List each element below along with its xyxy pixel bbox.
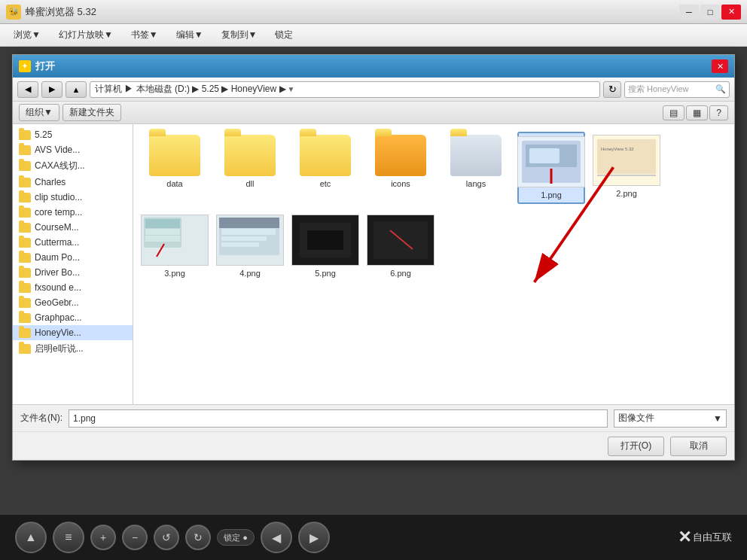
app-icon: 🐝 (6, 5, 21, 20)
menu-edit[interactable]: 编辑▼ (169, 26, 211, 44)
sidebar-item-fxsound[interactable]: fxsound e... (13, 280, 133, 295)
brand-text: 自由互联 (693, 531, 732, 544)
dialog-close-button[interactable]: ✕ (712, 59, 728, 73)
folder-icons[interactable]: icons (367, 132, 434, 204)
folder-icon (19, 238, 31, 248)
folder-icon (19, 130, 31, 140)
file-6png[interactable]: 6.png (367, 212, 434, 281)
file-name: 1.png (541, 190, 562, 199)
open-button[interactable]: 打开(O) (608, 437, 664, 456)
file-name: icons (391, 179, 410, 188)
search-bar[interactable]: 搜索 HoneyView 🔍 (624, 81, 730, 98)
svg-rect-18 (221, 229, 276, 235)
file-name: 6.png (390, 269, 411, 278)
folder-icon (19, 344, 31, 354)
folder-icon (19, 161, 31, 171)
dialog-icon: ✦ (19, 60, 31, 72)
new-folder-button[interactable]: 新建文件夹 (63, 104, 121, 121)
organize-button[interactable]: 组织▼ (19, 104, 59, 121)
svg-rect-11 (145, 219, 180, 228)
file-5png[interactable]: 5.png (291, 212, 359, 281)
file-3png[interactable]: 3.png (141, 212, 209, 281)
main-area: ✦ 打开 ✕ ◀ ▶ ▲ 计算机 ▶ 本地磁盘 (D:) ▶ 5.25 ▶ Ho… (0, 47, 747, 515)
sidebar-item-honeyview[interactable]: HoneyVie... (13, 325, 133, 340)
back-button[interactable]: ◀ (17, 81, 38, 98)
file-2png[interactable]: HoneyView 5.32 2.png (593, 132, 660, 204)
folder-icon (19, 145, 31, 155)
minimize-button[interactable]: ─ (679, 5, 699, 20)
prev-button[interactable]: ◀ (261, 522, 292, 553)
filename-bar: 文件名(N): 图像文件 ▼ (13, 404, 734, 431)
dialog-body: 5.25 AVS Vide... CAXA线切... Charles clip … (13, 124, 734, 404)
file-4png[interactable]: 4.png (216, 212, 284, 281)
help-button[interactable]: ? (709, 105, 728, 120)
folder-langs[interactable]: langs (442, 132, 510, 204)
svg-rect-20 (221, 242, 259, 247)
dialog-action-bar: 组织▼ 新建文件夹 ▤ ▦ ? (13, 102, 734, 124)
sidebar-item-driver[interactable]: Driver Bo... (13, 265, 133, 280)
next-button[interactable]: ▶ (298, 522, 330, 553)
view-details-button[interactable]: ▤ (663, 105, 684, 120)
app-title: 蜂蜜浏览器 5.32 (26, 5, 679, 19)
thumbnail-1png (517, 136, 585, 187)
file-name: langs (466, 179, 486, 188)
dialog-button-bar: 打开(O) 取消 (13, 431, 734, 460)
filetype-select[interactable]: 图像文件 ▼ (614, 409, 727, 428)
sidebar-item-coursem[interactable]: CourseM... (13, 220, 133, 235)
folder-icon (19, 208, 31, 218)
sidebar-item-caxa[interactable]: CAXA线切... (13, 157, 133, 175)
sidebar-item-clip[interactable]: clip studio... (13, 190, 133, 205)
window-controls: ─ □ ✕ (679, 5, 741, 20)
sidebar-item-cutter[interactable]: Cutterma... (13, 235, 133, 250)
sidebar-item-charles[interactable]: Charles (13, 175, 133, 190)
menu-browse[interactable]: 浏览▼ (6, 26, 48, 44)
filename-input[interactable] (69, 409, 608, 428)
breadcrumb[interactable]: 计算机 ▶ 本地磁盘 (D:) ▶ 5.25 ▶ HoneyView ▶ ▼ (90, 81, 600, 98)
menu-slideshow[interactable]: 幻灯片放映▼ (51, 26, 120, 44)
svg-rect-6 (597, 139, 656, 174)
rotate-ccw-button[interactable]: ↺ (154, 525, 179, 550)
sidebar-item-daum[interactable]: Daum Po... (13, 250, 133, 265)
folder-icon (19, 298, 31, 308)
sidebar-item-525[interactable]: 5.25 (13, 127, 133, 142)
forward-button[interactable]: ▶ (41, 81, 63, 98)
folder-icon (19, 253, 31, 263)
sidebar-item-avs[interactable]: AVS Vide... (13, 142, 133, 157)
folder-icon (19, 328, 31, 338)
cancel-button[interactable]: 取消 (670, 437, 727, 456)
svg-rect-19 (221, 236, 267, 241)
svg-rect-12 (145, 229, 180, 235)
refresh-button[interactable]: ↻ (603, 81, 621, 98)
dialog-title: 打开 (35, 59, 712, 73)
thumbnail-5png (291, 215, 359, 266)
menu-lock[interactable]: 锁定 (267, 26, 300, 44)
bottom-toolbar: ▲ ≡ + − ↺ ↻ 锁定 ● ◀ ▶ ✕ 自由互联 (0, 515, 747, 560)
folder-dll[interactable]: dll (216, 132, 284, 204)
menu-bookmarks[interactable]: 书签▼ (123, 26, 166, 44)
lock-badge[interactable]: 锁定 ● (217, 529, 255, 546)
zoom-in-button[interactable]: + (90, 525, 116, 550)
file-name: 5.png (315, 269, 336, 278)
file-1png[interactable]: 1.png (517, 132, 585, 204)
folder-icon-large (300, 135, 351, 176)
folder-etc[interactable]: etc (291, 132, 359, 204)
folder-data[interactable]: data (141, 132, 209, 204)
maximize-button[interactable]: □ (700, 5, 720, 20)
sidebar-item-geogebra[interactable]: GeoGebr... (13, 295, 133, 310)
sidebar-item-qiming[interactable]: 启明e听说... (13, 340, 133, 358)
breadcrumb-text: 计算机 ▶ 本地磁盘 (D:) ▶ 5.25 ▶ HoneyView ▶ (95, 83, 286, 96)
search-placeholder: 搜索 HoneyView (628, 84, 689, 95)
menu-button[interactable]: ≡ (53, 522, 84, 553)
eject-button[interactable]: ▲ (15, 522, 47, 553)
file-name: etc (320, 179, 331, 188)
up-button[interactable]: ▲ (66, 81, 87, 98)
sidebar-item-graphpad[interactable]: Graphpac... (13, 310, 133, 325)
svg-rect-17 (219, 218, 279, 228)
rotate-cw-button[interactable]: ↻ (185, 525, 211, 550)
sidebar-item-core[interactable]: core temp... (13, 205, 133, 220)
zoom-out-button[interactable]: − (122, 525, 148, 550)
close-button[interactable]: ✕ (721, 5, 741, 20)
view-icons-button[interactable]: ▦ (686, 105, 708, 120)
dialog-toolbar: ◀ ▶ ▲ 计算机 ▶ 本地磁盘 (D:) ▶ 5.25 ▶ HoneyView… (13, 78, 734, 102)
menu-copy-to[interactable]: 复制到▼ (214, 26, 265, 44)
